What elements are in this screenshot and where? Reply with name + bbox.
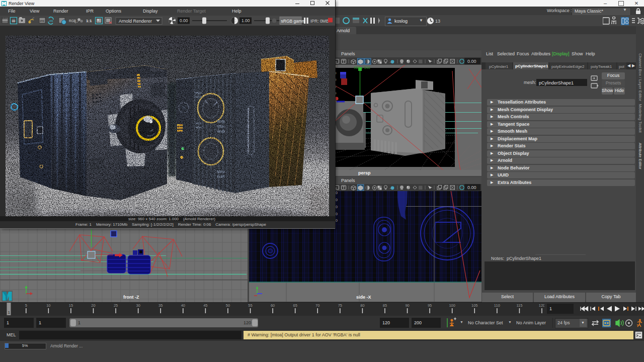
svg-text:0: 0	[336, 191, 338, 195]
svg-text:1.00: 1.00	[242, 18, 250, 23]
svg-text:80: 80	[360, 303, 364, 308]
svg-text:960 x 540: 960 x 540	[354, 65, 370, 70]
svg-text:65: 65	[293, 303, 297, 308]
svg-text:55: 55	[248, 303, 252, 308]
svg-text:sRGB gamm: sRGB gamm	[281, 19, 306, 24]
svg-text:1:1: 1:1	[86, 19, 92, 23]
svg-text:120: 120	[539, 303, 544, 308]
svg-text:0: 0	[336, 205, 338, 209]
svg-text:10: 10	[46, 303, 50, 308]
svg-text:Arnold Renderer: Arnold Renderer	[119, 19, 152, 24]
svg-text:20: 20	[91, 303, 95, 308]
svg-text:0: 0	[336, 218, 338, 223]
svg-text:60: 60	[271, 303, 275, 308]
svg-text:15: 15	[69, 303, 73, 308]
svg-text:95: 95	[428, 303, 432, 308]
svg-text:115: 115	[516, 303, 522, 308]
svg-text:110: 110	[494, 303, 500, 308]
svg-text:45: 45	[203, 303, 207, 308]
svg-text:40: 40	[181, 303, 185, 308]
svg-text:0: 0	[336, 212, 338, 216]
svg-text:50: 50	[226, 303, 230, 308]
svg-text:5: 5	[25, 303, 27, 308]
svg-text:35: 35	[158, 303, 163, 308]
svg-text:70: 70	[315, 303, 319, 308]
svg-text:90: 90	[405, 303, 409, 308]
svg-text:IPR: IPR	[40, 20, 44, 23]
svg-text:IPR: 0MB: IPR: 0MB	[310, 19, 329, 24]
svg-text:0: 0	[336, 198, 338, 202]
svg-text:25: 25	[114, 303, 118, 308]
svg-text:RGB: RGB	[69, 19, 76, 23]
svg-text:IPR: IPR	[49, 20, 53, 23]
svg-text:0.00: 0.00	[180, 18, 188, 23]
svg-text:30: 30	[136, 303, 140, 308]
svg-text:75: 75	[338, 303, 342, 308]
svg-text:105: 105	[471, 303, 478, 308]
svg-text:85: 85	[383, 303, 387, 308]
svg-text:100: 100	[449, 303, 455, 308]
svg-text:1: 1	[8, 310, 11, 315]
